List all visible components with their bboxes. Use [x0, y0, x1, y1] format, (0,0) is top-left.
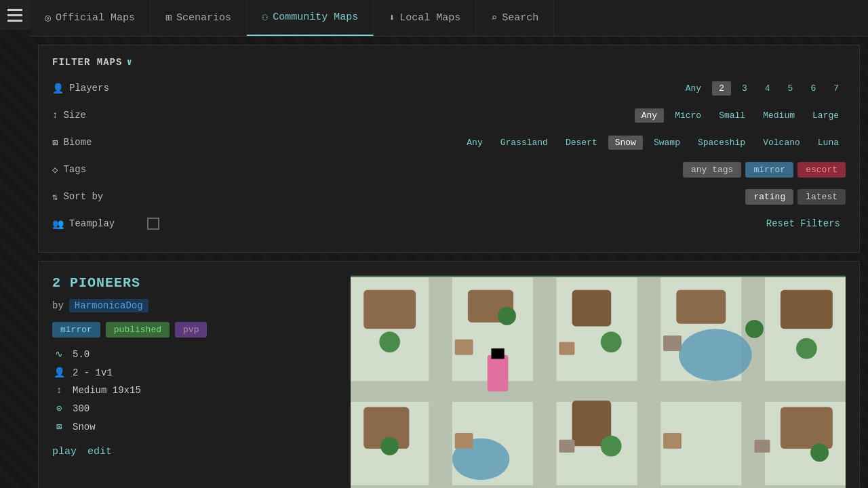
- filter-row-players: 👤 Players Any 2 3 4 5 6 7: [52, 79, 846, 98]
- svg-rect-4: [351, 485, 846, 488]
- biome-option-any[interactable]: Any: [460, 136, 489, 150]
- players-option-7[interactable]: 7: [827, 81, 846, 96]
- reset-filters-button[interactable]: Reset Filters: [761, 216, 846, 232]
- biome-icon: ⊠: [52, 137, 58, 148]
- tag-mirror[interactable]: mirror: [52, 322, 100, 338]
- biome-option-snow[interactable]: Snow: [608, 136, 643, 150]
- svg-rect-43: [455, 340, 473, 355]
- size-options: Any Micro Small Medium Large: [147, 108, 846, 123]
- map-author-prefix: by: [52, 300, 64, 311]
- teamplay-checkbox[interactable]: [147, 218, 159, 230]
- players-option-4[interactable]: 4: [758, 81, 777, 96]
- stat-rating: ∿ 5.0: [52, 348, 337, 360]
- svg-rect-46: [455, 433, 473, 449]
- stat-credits-icon: ⊙: [52, 403, 66, 414]
- size-option-small[interactable]: Small: [712, 108, 752, 123]
- svg-rect-18: [781, 290, 833, 329]
- svg-rect-47: [559, 440, 574, 453]
- map-stats: ∿ 5.0 👤 2 - 1v1 ↕ Medium 19x15 ⊙ 300 ⊠: [52, 348, 337, 432]
- players-option-any[interactable]: Any: [679, 81, 708, 96]
- biome-option-swamp[interactable]: Swamp: [647, 136, 687, 150]
- search-nav-icon: ⌕: [491, 12, 497, 24]
- sort-icon: ⇅: [52, 191, 58, 203]
- nav-search[interactable]: ⌕ Search: [476, 0, 554, 36]
- biome-option-volcano[interactable]: Volcano: [756, 136, 807, 150]
- nav-local-maps[interactable]: ⬇ Local Maps: [374, 0, 476, 36]
- svg-rect-21: [781, 407, 833, 449]
- play-button[interactable]: play: [52, 446, 77, 458]
- map-tags: mirror published pvp: [52, 322, 337, 338]
- sort-latest-button[interactable]: latest: [797, 189, 846, 205]
- map-card: 2 PIONEERS by HarmonicaDog mirror publis…: [38, 261, 860, 488]
- tag-escort-button[interactable]: escort: [797, 162, 846, 178]
- players-option-6[interactable]: 6: [804, 81, 823, 96]
- teamplay-label: 👥 Teamplay: [52, 218, 147, 230]
- stat-players: 👤 2 - 1v1: [52, 367, 337, 378]
- size-option-any[interactable]: Any: [635, 108, 664, 123]
- tag-published[interactable]: published: [106, 322, 170, 338]
- nav-official-maps[interactable]: ◎ Official Maps: [30, 0, 151, 36]
- stat-size: ↕ Medium 19x15: [52, 385, 337, 396]
- players-label: 👤 Players: [52, 83, 147, 94]
- nav-community-maps-label: Community Maps: [273, 12, 358, 23]
- filter-row-tags: ◇ Tags any tags mirror escort: [52, 160, 846, 179]
- map-author-link[interactable]: HarmonicaDog: [69, 299, 149, 312]
- svg-point-33: [745, 320, 764, 338]
- svg-point-34: [796, 338, 817, 359]
- tags-label: ◇ Tags: [52, 164, 147, 176]
- sort-rating-button[interactable]: rating: [745, 189, 793, 205]
- svg-point-35: [380, 437, 399, 455]
- tag-mirror-button[interactable]: mirror: [745, 162, 793, 178]
- svg-rect-44: [559, 342, 574, 355]
- nav-community-maps[interactable]: ⚇ Community Maps: [247, 0, 374, 36]
- filter-panel: FILTER MAPS ∨ 👤 Players Any 2 3 4 5 6 7 …: [38, 45, 860, 253]
- svg-rect-41: [488, 355, 509, 392]
- tag-pvp[interactable]: pvp: [175, 322, 207, 338]
- local-maps-icon: ⬇: [389, 12, 395, 24]
- filter-title-text: FILTER MAPS: [52, 57, 122, 68]
- players-option-2[interactable]: 2: [712, 81, 731, 96]
- svg-point-31: [498, 307, 516, 325]
- biome-option-desert[interactable]: Desert: [559, 136, 604, 150]
- svg-point-36: [601, 436, 622, 457]
- filter-chevron-icon[interactable]: ∨: [126, 56, 132, 68]
- svg-point-9: [679, 329, 752, 381]
- sort-label: ⇅ Sort by: [52, 191, 147, 203]
- biome-option-luna[interactable]: Luna: [811, 136, 846, 150]
- hamburger-line: [7, 9, 22, 11]
- svg-rect-7: [637, 277, 661, 488]
- sort-options: rating latest: [147, 189, 846, 205]
- players-option-3[interactable]: 3: [735, 81, 754, 96]
- svg-point-37: [810, 443, 829, 462]
- size-option-micro[interactable]: Micro: [668, 108, 708, 123]
- edit-button[interactable]: edit: [87, 446, 112, 458]
- svg-rect-6: [533, 277, 557, 488]
- svg-rect-45: [663, 336, 682, 351]
- filter-title: FILTER MAPS ∨: [52, 56, 846, 68]
- size-option-large[interactable]: Large: [806, 108, 846, 123]
- svg-point-30: [379, 331, 400, 352]
- biome-option-grassland[interactable]: Grassland: [494, 136, 555, 150]
- stat-size-icon: ↕: [52, 385, 66, 396]
- stat-biome-icon: ⊠: [52, 421, 66, 432]
- biome-options: Any Grassland Desert Snow Swamp Spaceshi…: [147, 136, 846, 150]
- stat-players-value: 2 - 1v1: [73, 367, 113, 378]
- hamburger-line: [7, 14, 22, 16]
- stat-credits: ⊙ 300: [52, 403, 337, 414]
- svg-rect-17: [676, 290, 726, 324]
- svg-rect-3: [351, 381, 846, 402]
- stat-size-value: Medium 19x15: [73, 385, 141, 396]
- official-maps-icon: ◎: [45, 12, 51, 24]
- tag-any-button[interactable]: any tags: [683, 162, 741, 178]
- size-label: ↕ Size: [52, 110, 147, 121]
- scenarios-icon: ⊞: [165, 12, 172, 24]
- stat-players-icon: 👤: [52, 367, 66, 378]
- map-title: 2 PIONEERS: [52, 275, 337, 291]
- biome-option-spaceship[interactable]: Spaceship: [691, 136, 752, 150]
- size-option-medium[interactable]: Medium: [756, 108, 802, 123]
- players-option-5[interactable]: 5: [781, 81, 800, 96]
- nav-scenarios[interactable]: ⊞ Scenarios: [151, 0, 247, 36]
- hamburger-menu[interactable]: [0, 0, 30, 30]
- size-icon: ↕: [52, 110, 58, 121]
- nav-scenarios-label: Scenarios: [176, 12, 231, 24]
